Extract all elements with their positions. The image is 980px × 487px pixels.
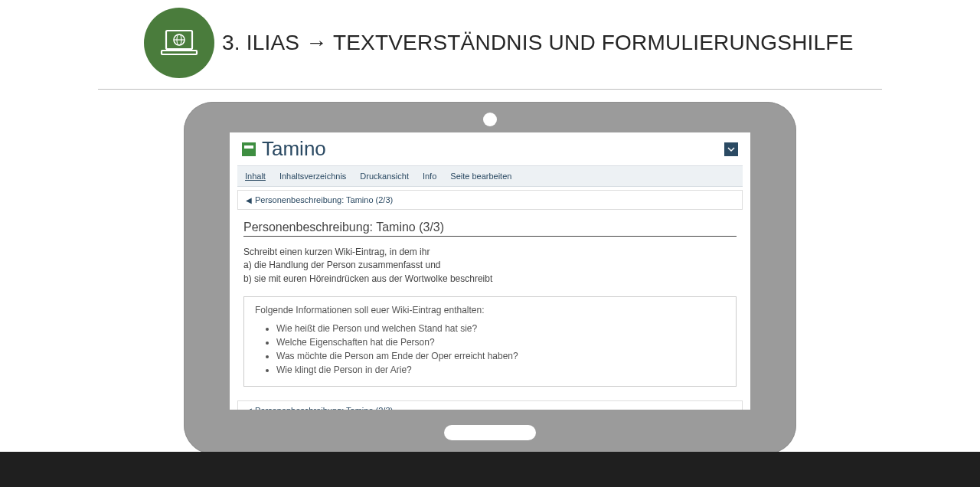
tablet-camera-icon: [483, 113, 497, 126]
list-item: Wie heißt die Person und welchen Stand h…: [276, 322, 725, 335]
arrow-right-icon: →: [305, 31, 327, 54]
intro-line-2: a) die Handlung der Person zusammenfasst…: [243, 259, 737, 272]
tab-info[interactable]: Info: [423, 167, 436, 185]
tabbar: Inhalt Inhaltsverzeichnis Druckansicht I…: [237, 165, 743, 187]
breadcrumb-top[interactable]: ◀ Personenbeschreibung: Tamino (2/3): [237, 190, 743, 210]
slide-title-suffix: TEXTVERSTÄNDNIS UND FORMULIERUNGSHILFE: [327, 31, 853, 54]
info-box-title: Folgende Informationen soll euer Wiki-Ei…: [255, 305, 725, 315]
list-item: Welche Eigenschaften hat die Person?: [276, 335, 725, 349]
tab-inhalt[interactable]: Inhalt: [245, 167, 266, 185]
wiki-icon: [242, 142, 256, 156]
chevron-down-icon: [727, 145, 735, 153]
breadcrumb-next-label: Personenbeschreibung: Tamino (2/3): [255, 406, 393, 410]
svg-rect-1: [162, 51, 197, 54]
header-badge: [144, 8, 214, 78]
tab-inhaltsverzeichnis[interactable]: Inhaltsverzeichnis: [279, 167, 346, 185]
slide-title-prefix: 3. ILIAS: [222, 31, 305, 54]
intro-line-3: b) sie mit euren Höreindrücken aus der W…: [243, 273, 737, 286]
tablet-screen: Tamino Inhalt Inhaltsverzeichnis Druckan…: [230, 132, 750, 410]
list-item: Wie klingt die Person in der Arie?: [276, 363, 725, 377]
app-titlebar: Tamino: [230, 132, 750, 162]
tablet-home-button: [444, 425, 536, 440]
actions-dropdown[interactable]: [724, 142, 738, 156]
tablet-mock-wrapper: Tamino Inhalt Inhaltsverzeichnis Druckan…: [0, 102, 980, 454]
footer-band: [0, 452, 980, 487]
breadcrumb-prev-label: Personenbeschreibung: Tamino (2/3): [255, 195, 393, 204]
caret-left-icon: ◀: [246, 196, 252, 204]
tab-druckansicht[interactable]: Druckansicht: [360, 167, 409, 185]
tablet-frame: Tamino Inhalt Inhaltsverzeichnis Druckan…: [184, 102, 796, 454]
slide-header: 3. ILIAS → TEXTVERSTÄNDNIS UND FORMULIER…: [0, 8, 980, 78]
content-area: Personenbeschreibung: Tamino (3/3) Schre…: [237, 216, 743, 397]
laptop-globe-icon: [160, 28, 198, 58]
header-divider: [98, 89, 882, 90]
app-title: Tamino: [262, 137, 326, 161]
list-item: Was möchte die Person am Ende der Oper e…: [276, 349, 725, 363]
slide-title: 3. ILIAS → TEXTVERSTÄNDNIS UND FORMULIER…: [222, 31, 854, 55]
intro-line-1: Schreibt einen kurzen Wiki-Eintrag, in d…: [243, 246, 737, 259]
content-heading: Personenbeschreibung: Tamino (3/3): [243, 221, 737, 237]
info-box: Folgende Informationen soll euer Wiki-Ei…: [243, 296, 737, 387]
tab-seite-bearbeiten[interactable]: Seite bearbeiten: [450, 167, 511, 185]
app-title-left: Tamino: [242, 137, 326, 161]
breadcrumb-bottom[interactable]: ◀ Personenbeschreibung: Tamino (2/3): [237, 400, 743, 410]
info-list: Wie heißt die Person und welchen Stand h…: [255, 322, 725, 377]
caret-left-icon: ◀: [246, 407, 252, 410]
